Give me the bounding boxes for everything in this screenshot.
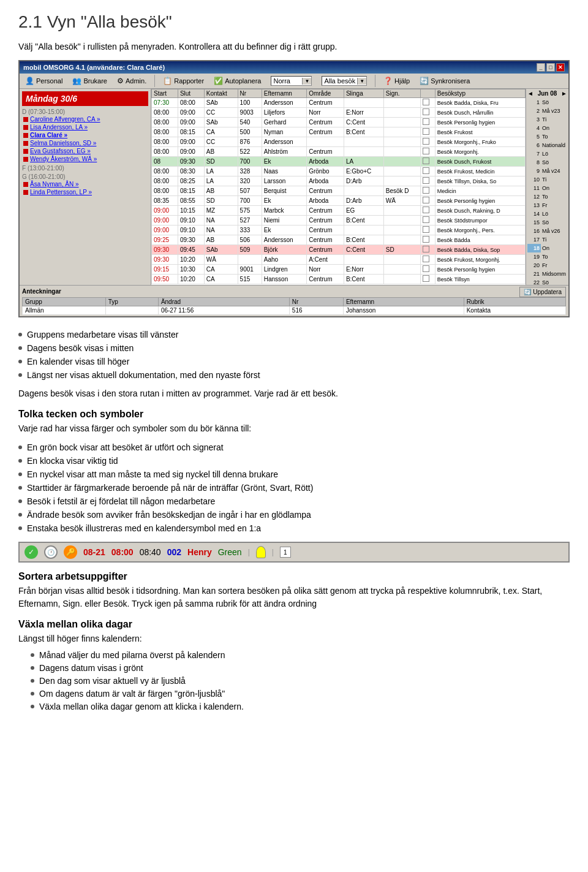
table-row[interactable]: 07:30 08:00 SAb 100 Andersson Centrum Be…	[152, 98, 526, 108]
menu-brukare[interactable]: 👥 Brukare	[69, 75, 110, 86]
table-row[interactable]: 09:00 09:10 NA 333 Ek Centrum Besök Morg…	[152, 226, 526, 235]
table-row[interactable]: 08:00 08:15 CA 500 Nyman Centrum B:Cent …	[152, 127, 526, 137]
menu-alla-besok-dropdown[interactable]: Alla besök ▼	[318, 75, 370, 87]
table-row[interactable]: 09:25 09:30 AB 506 Andersson Centrum B:C…	[152, 235, 526, 245]
calendar-day-row[interactable]: 22Sö	[527, 278, 567, 287]
cell-omrade: Centrum	[307, 235, 344, 245]
cal-next-btn[interactable]: ►	[561, 90, 567, 97]
calendar-day-row[interactable]: 7Lö	[527, 150, 567, 158]
calendar-day-row[interactable]: 14Lö	[527, 210, 567, 218]
staff-asa[interactable]: Åsa Nyman, ÅN »	[22, 180, 148, 188]
table-row[interactable]: 08:00 09:00 CC 9003 Liljefors Norr E:Nor…	[152, 108, 526, 118]
col-nr[interactable]: Nr	[238, 89, 262, 98]
table-row[interactable]: 08:00 08:30 LA 328 Naas Grönbo E:Gbo+C B…	[152, 167, 526, 176]
col-slinga[interactable]: Slinga	[344, 89, 383, 98]
table-row[interactable]: 09:00 10:15 MZ 575 Marbck Centrum EG Bes…	[152, 206, 526, 216]
col-efternamn[interactable]: Efternamn	[262, 89, 306, 98]
cell-besokstyp: Besök Dusch, Rakning, D	[435, 206, 525, 216]
table-header-row: Start Slut Kontakt Nr Efternamn Område S…	[152, 89, 526, 98]
table-row[interactable]: 09:30 10:20 WÄ Aaho A:Cent Besök Frukost…	[152, 255, 526, 265]
calendar-day-row[interactable]: 4On	[527, 124, 567, 132]
close-btn[interactable]: ✕	[556, 63, 565, 72]
personal-icon: 👤	[25, 77, 34, 85]
staff-caroline[interactable]: Caroline Alfvengren, CA »	[22, 115, 148, 123]
title-bar: mobil OMSORG 4.1 (användare: Clara Claré…	[20, 61, 568, 74]
menu-personal[interactable]: 👤 Personal	[22, 75, 66, 86]
cell-slinga	[344, 186, 383, 196]
table-row[interactable]: 08:35 08:55 SD 700 Ek Arboda D:Arb WÄ Be…	[152, 196, 526, 206]
menu-synkronisera[interactable]: 🔄 Synkronisera	[417, 75, 473, 86]
menu-rapporter[interactable]: 📋 Rapporter	[160, 75, 207, 86]
menu-admin[interactable]: ⚙ Admin.	[114, 75, 149, 86]
cell-slut: 10:15	[178, 206, 204, 216]
staff-linda[interactable]: Linda Pettersson, LP »	[22, 188, 148, 196]
table-row[interactable]: 08 09:30 SD 700 Ek Arboda LA Besök Dusch…	[152, 157, 526, 167]
calendar-day-row[interactable]: 3Ti	[527, 115, 567, 124]
cell-nr: 527	[238, 216, 262, 226]
checkmark-icon: ✓	[24, 545, 38, 559]
calendar-day-row[interactable]: 16Må v26	[527, 227, 567, 235]
table-row[interactable]: 09:30 09:45 SAb 509 Björk Centrum C:Cent…	[152, 245, 526, 255]
col-slut[interactable]: Slut	[178, 89, 204, 98]
col-omrade[interactable]: Område	[307, 89, 344, 98]
cal-prev-btn[interactable]: ◄	[527, 90, 533, 97]
staff-wendy[interactable]: Wendy Åkerström, WÄ »	[22, 155, 148, 163]
cal-day-num: 16	[527, 227, 541, 235]
staff-clara[interactable]: Clara Claré »	[22, 131, 148, 139]
update-button[interactable]: 🔄 Uppdatera	[519, 287, 566, 297]
col-kontakt[interactable]: Kontakt	[204, 89, 238, 98]
cal-day-label: To	[541, 192, 567, 201]
menu-autoplanera[interactable]: ✅ Autoplanera	[211, 75, 264, 86]
calendar-day-row[interactable]: 11On	[527, 184, 567, 192]
table-row[interactable]: 08:00 09:00 SAb 540 Gerhard Centrum C:Ce…	[152, 118, 526, 127]
calendar-day-row[interactable]: 17Ti	[527, 235, 567, 244]
calendar-day-row[interactable]: 6Nationald	[527, 141, 567, 150]
section4-title: Växla mellan olika dagar	[18, 619, 570, 630]
calendar-day-row[interactable]: 13Fr	[527, 201, 567, 210]
cell-kontakt: CA	[204, 265, 238, 275]
cell-omrade: Centrum	[307, 186, 344, 196]
menu-hjalp[interactable]: ❓ Hjälp	[380, 75, 413, 86]
calendar-day-row[interactable]: 12To	[527, 192, 567, 201]
table-row[interactable]: 08:00 09:00 AB 522 Ahlström Centrum Besö…	[152, 147, 526, 157]
staff-eva[interactable]: Eva Gustafsson, EG »	[22, 147, 148, 155]
col-checkbox	[420, 89, 435, 98]
bullet-item: En nyckel visar att man måste ta med sig…	[18, 469, 570, 479]
col-start[interactable]: Start	[152, 89, 178, 98]
table-row[interactable]: 08:00 08:15 AB 507 Berquist Centrum Besö…	[152, 186, 526, 196]
bullet-icon	[18, 445, 22, 449]
col-besokstyp[interactable]: Besökstyp	[435, 89, 525, 98]
cell-start: 08:00	[152, 137, 178, 147]
table-row[interactable]: 08:00 09:00 CC 876 Andersson Besök Morgo…	[152, 137, 526, 147]
calendar-day-row[interactable]: 2Må v23	[527, 107, 567, 115]
staff-dot-icon	[23, 157, 28, 162]
calendar-day-row[interactable]: 20Fr	[527, 261, 567, 270]
menu-norra-dropdown[interactable]: Norra ▼	[268, 75, 315, 87]
calendar-day-row[interactable]: 8Sö	[527, 158, 567, 167]
window-controls: _ □ ✕	[537, 63, 565, 72]
minimize-btn[interactable]: _	[537, 63, 545, 72]
staff-lisa[interactable]: Lisa Andersson, LA »	[22, 123, 148, 131]
table-row[interactable]: 09:00 09:10 NA 527 Niemi Centrum B:Cent …	[152, 216, 526, 226]
cell-efternamn: Gerhard	[262, 118, 306, 127]
cal-day-num: 6	[527, 141, 541, 150]
cell-nr: 540	[238, 118, 262, 127]
calendar-day-row[interactable]: 15Sö	[527, 218, 567, 227]
cell-omrade: Arboda	[307, 157, 344, 167]
calendar-day-row[interactable]: 19To	[527, 252, 567, 261]
table-row[interactable]: 09:50 10:20 CA 515 Hansson Centrum B:Cen…	[152, 275, 526, 284]
col-sign[interactable]: Sign.	[383, 89, 420, 98]
maximize-btn[interactable]: □	[546, 63, 555, 72]
table-row[interactable]: 09:15 10:30 CA 9001 Lindgren Norr E:Norr…	[152, 265, 526, 275]
calendar-day-row[interactable]: 21Midsomm	[527, 270, 567, 278]
staff-selma[interactable]: Selma Danielsson, SD »	[22, 139, 148, 147]
table-row[interactable]: 08:00 08:25 LA 320 Larsson Arboda D:Arb …	[152, 176, 526, 186]
calendar-day-row[interactable]: 5To	[527, 132, 567, 141]
cell-besokstyp: Besök Dusch, Frukost	[435, 157, 525, 167]
calendar-day-row[interactable]: 1Sö	[527, 98, 567, 107]
section2-intro: Varje rad har vissa färger och symboler …	[18, 422, 570, 435]
calendar-day-row[interactable]: 10Ti	[527, 175, 567, 184]
calendar-day-row[interactable]: 9Må v24	[527, 167, 567, 175]
cell-kontakt: CC	[204, 108, 238, 118]
calendar-day-row[interactable]: 18On	[527, 244, 567, 252]
